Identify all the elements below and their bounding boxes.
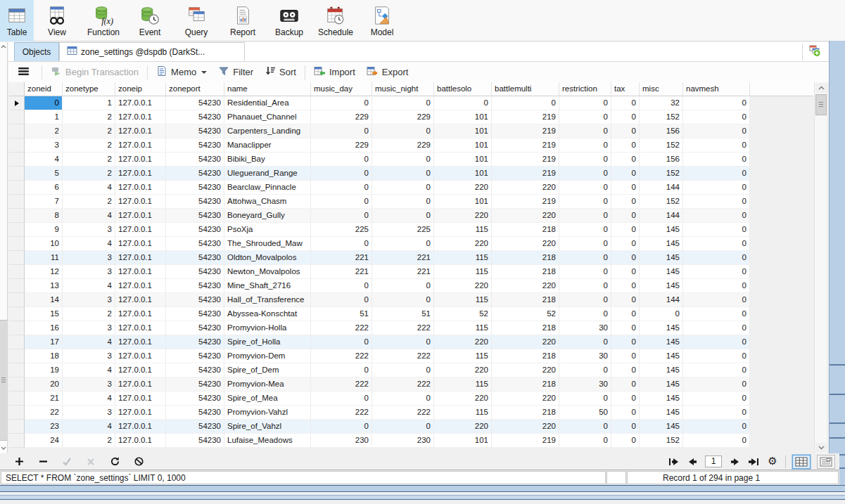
row-marker[interactable] <box>9 124 25 138</box>
cell[interactable]: 101 <box>434 124 492 138</box>
cell[interactable]: 101 <box>434 153 492 167</box>
cell[interactable]: Promyvion-Mea <box>224 377 311 392</box>
cell[interactable]: Phanauet_Channel <box>224 110 311 124</box>
cell[interactable]: 24 <box>25 434 63 448</box>
cell[interactable]: 218 <box>492 321 559 335</box>
cell[interactable]: 8 <box>25 209 63 223</box>
cell[interactable]: 0 <box>611 363 640 377</box>
cell[interactable]: 19 <box>25 363 63 377</box>
cell[interactable]: 23 <box>25 420 63 434</box>
cell[interactable]: 13 <box>25 279 63 293</box>
cell[interactable]: 0 <box>311 209 372 223</box>
cell[interactable]: 0 <box>559 181 611 195</box>
cell[interactable]: 0 <box>559 265 611 279</box>
cell[interactable]: Manaclipper <box>224 138 311 153</box>
cell[interactable]: 4 <box>25 153 63 167</box>
cell[interactable]: 0 <box>683 363 750 377</box>
row-marker[interactable] <box>9 181 25 195</box>
cell[interactable]: 0 <box>372 293 434 307</box>
cell[interactable]: 54230 <box>166 349 224 363</box>
header-corner[interactable] <box>9 82 25 96</box>
cell[interactable]: 0 <box>611 279 640 293</box>
cell[interactable]: 222 <box>311 406 372 420</box>
cell[interactable]: 0 <box>683 406 750 420</box>
cell[interactable]: 152 <box>640 167 683 181</box>
cell[interactable]: 51 <box>311 307 372 321</box>
cell[interactable]: 152 <box>640 110 683 124</box>
cell[interactable]: 220 <box>492 237 559 251</box>
cell[interactable]: 0 <box>372 181 434 195</box>
cell[interactable]: 145 <box>640 251 683 265</box>
cell[interactable]: 0 <box>611 377 640 392</box>
cell[interactable]: 220 <box>434 335 492 349</box>
cell[interactable]: 0 <box>311 237 372 251</box>
left-pane-scrollbar[interactable] <box>0 42 8 453</box>
cell[interactable]: 220 <box>492 279 559 293</box>
cell[interactable]: 54230 <box>166 124 224 138</box>
cell[interactable]: 0 <box>683 434 750 448</box>
cell[interactable]: Newton_Movalpolos <box>224 265 311 279</box>
cell[interactable]: 2 <box>63 124 115 138</box>
cell[interactable]: 230 <box>372 434 434 448</box>
tab-zone-settings[interactable]: zone_settings @dspdb (DarkSt... <box>59 42 245 61</box>
cell[interactable]: 7 <box>25 195 63 209</box>
cell[interactable]: 0 <box>611 237 640 251</box>
cell[interactable]: 0 <box>559 363 611 377</box>
cell[interactable]: 0 <box>683 392 750 406</box>
cell[interactable]: 127.0.0.1 <box>115 209 166 223</box>
cell[interactable]: 54230 <box>166 321 224 335</box>
cell[interactable]: 0 <box>311 195 372 209</box>
last-page-button[interactable] <box>747 455 760 468</box>
begin-transaction-button[interactable]: Begin Transaction <box>45 64 144 81</box>
cell[interactable]: 0 <box>683 321 750 335</box>
cell[interactable]: Mine_Shaft_2716 <box>224 279 311 293</box>
scroll-down-arrow-icon[interactable] <box>0 444 7 453</box>
cell[interactable]: 115 <box>434 265 492 279</box>
cell[interactable]: 222 <box>311 321 372 335</box>
cell[interactable]: 0 <box>611 153 640 167</box>
cell[interactable]: 0 <box>611 335 640 349</box>
cell[interactable]: 127.0.0.1 <box>115 110 166 124</box>
cell[interactable]: 0 <box>611 209 640 223</box>
cell[interactable]: 0 <box>611 349 640 363</box>
cell[interactable]: 51 <box>372 307 434 321</box>
cell[interactable]: 0 <box>372 124 434 138</box>
cell[interactable]: Abyssea-Konschtat <box>224 307 311 321</box>
row-marker[interactable] <box>9 293 25 307</box>
row-marker[interactable] <box>9 237 25 251</box>
cell[interactable]: 127.0.0.1 <box>115 335 166 349</box>
row-marker[interactable] <box>9 167 25 181</box>
cell[interactable]: 0 <box>311 335 372 349</box>
cell[interactable]: 12 <box>25 265 63 279</box>
cell[interactable]: 152 <box>640 195 683 209</box>
cell[interactable]: 0 <box>311 96 372 110</box>
cell[interactable]: 225 <box>311 223 372 237</box>
cell[interactable]: Residential_Area <box>224 96 311 110</box>
cell[interactable]: 0 <box>311 181 372 195</box>
cell[interactable]: 220 <box>492 392 559 406</box>
cell[interactable]: 220 <box>434 237 492 251</box>
cell[interactable]: 0 <box>611 293 640 307</box>
cell[interactable]: Lufaise_Meadows <box>224 434 311 448</box>
cell[interactable]: 54230 <box>166 96 224 110</box>
cell[interactable]: 152 <box>640 138 683 153</box>
cell[interactable]: 127.0.0.1 <box>115 167 166 181</box>
cell[interactable]: 54230 <box>166 434 224 448</box>
cell[interactable]: 0 <box>372 209 434 223</box>
cell[interactable]: Spire_of_Dem <box>224 363 311 377</box>
cell[interactable]: 2 <box>63 167 115 181</box>
cell[interactable]: 0 <box>372 392 434 406</box>
cell[interactable]: 2 <box>63 307 115 321</box>
row-marker[interactable] <box>9 209 25 223</box>
cell[interactable]: 229 <box>372 138 434 153</box>
cell[interactable]: 5 <box>25 167 63 181</box>
tab-objects[interactable]: Objects <box>14 42 59 61</box>
cell[interactable]: 0 <box>559 434 611 448</box>
row-marker[interactable] <box>9 138 25 153</box>
cell[interactable]: 127.0.0.1 <box>115 153 166 167</box>
cell[interactable]: 0 <box>683 251 750 265</box>
row-marker[interactable] <box>9 251 25 265</box>
cell[interactable]: 222 <box>311 349 372 363</box>
cell[interactable]: 218 <box>492 377 559 392</box>
cell[interactable]: 219 <box>492 153 559 167</box>
